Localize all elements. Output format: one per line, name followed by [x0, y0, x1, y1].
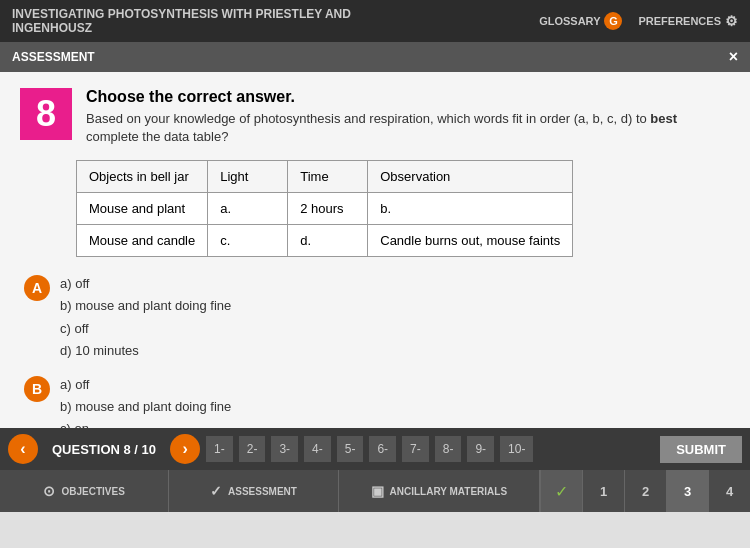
- answer-text-b: a) offb) mouse and plant doing finec) on: [60, 374, 231, 428]
- question-indicator: QUESTION 8 / 10: [44, 442, 164, 457]
- ancillary-label: ANCILLARY MATERIALS: [390, 486, 508, 497]
- assessment-label: ASSESSMENT: [228, 486, 297, 497]
- answer-label-a: A: [24, 275, 50, 301]
- page-5-button[interactable]: 5-: [337, 436, 364, 462]
- tab-3[interactable]: 3: [666, 470, 708, 512]
- assessment-tab[interactable]: ✓ ASSESSMENT: [169, 470, 338, 512]
- ancillary-tab[interactable]: ▣ ANCILLARY MATERIALS: [339, 470, 540, 512]
- answer-text-a: a) offb) mouse and plant doing finec) of…: [60, 273, 231, 361]
- submit-button[interactable]: SUBMIT: [660, 436, 742, 463]
- page-8-button[interactable]: 8-: [435, 436, 462, 462]
- table-row: Mouse and plant a. 2 hours b.: [77, 193, 573, 225]
- question-number: 8: [20, 88, 72, 140]
- nav-bar: ‹ QUESTION 8 / 10 › 1- 2- 3- 4- 5- 6- 7-…: [0, 428, 750, 470]
- main-content: 8 Choose the correct answer. Based on yo…: [0, 72, 750, 428]
- page-6-button[interactable]: 6-: [369, 436, 396, 462]
- assessment-label: ASSESSMENT: [12, 50, 95, 64]
- cell-obs-1: b.: [368, 193, 573, 225]
- cell-light-1: a.: [208, 193, 288, 225]
- page-1-button[interactable]: 1-: [206, 436, 233, 462]
- glossary-button[interactable]: GLOSSARY g: [539, 12, 622, 30]
- page-7-button[interactable]: 7-: [402, 436, 429, 462]
- tab-numbers: ✓ 1 2 3 4: [540, 470, 750, 512]
- cell-objects-1: Mouse and plant: [77, 193, 208, 225]
- cell-obs-2: Candle burns out, mouse faints: [368, 225, 573, 257]
- answer-label-b: B: [24, 376, 50, 402]
- tab-1[interactable]: 1: [582, 470, 624, 512]
- page-10-button[interactable]: 10-: [500, 436, 533, 462]
- cell-light-2: c.: [208, 225, 288, 257]
- ancillary-icon: ▣: [371, 483, 384, 499]
- question-body2: complete the data table?: [86, 129, 228, 144]
- objectives-label: OBJECTIVES: [61, 486, 124, 497]
- data-table: Objects in bell jar Light Time Observati…: [76, 160, 573, 257]
- col-header-light: Light: [208, 161, 288, 193]
- page-4-button[interactable]: 4-: [304, 436, 331, 462]
- question-body: Based on your knowledge of photosynthesi…: [86, 110, 730, 146]
- page-2-button[interactable]: 2-: [239, 436, 266, 462]
- glossary-label: GLOSSARY: [539, 15, 600, 27]
- preferences-label: PREFERENCES: [638, 15, 721, 27]
- col-header-time: Time: [288, 161, 368, 193]
- question-header: 8 Choose the correct answer. Based on yo…: [20, 88, 730, 146]
- answer-option-b[interactable]: B a) offb) mouse and plant doing finec) …: [24, 374, 730, 428]
- question-body-text: Based on your knowledge of photosynthesi…: [86, 111, 650, 126]
- bottom-tabs: ⊙ OBJECTIVES ✓ ASSESSMENT ▣ ANCILLARY MA…: [0, 470, 750, 512]
- next-button[interactable]: ›: [170, 434, 200, 464]
- question-heading: Choose the correct answer.: [86, 88, 730, 106]
- assessment-icon: ✓: [210, 483, 222, 499]
- col-header-objects: Objects in bell jar: [77, 161, 208, 193]
- glossary-icon: g: [604, 12, 622, 30]
- tab-4[interactable]: 4: [708, 470, 750, 512]
- close-button[interactable]: ×: [729, 48, 738, 66]
- page-3-button[interactable]: 3-: [271, 436, 298, 462]
- cell-time-1: 2 hours: [288, 193, 368, 225]
- app-title: INVESTIGATING PHOTOSYNTHESIS WITH PRIEST…: [12, 7, 412, 35]
- assessment-bar: ASSESSMENT ×: [0, 42, 750, 72]
- page-9-button[interactable]: 9-: [467, 436, 494, 462]
- prev-button[interactable]: ‹: [8, 434, 38, 464]
- col-header-observation: Observation: [368, 161, 573, 193]
- table-header-row: Objects in bell jar Light Time Observati…: [77, 161, 573, 193]
- top-bar: INVESTIGATING PHOTOSYNTHESIS WITH PRIEST…: [0, 0, 750, 42]
- question-bold: best: [650, 111, 677, 126]
- tab-check: ✓: [540, 470, 582, 512]
- top-bar-actions: GLOSSARY g PREFERENCES ⚙: [539, 12, 738, 30]
- question-text: Choose the correct answer. Based on your…: [86, 88, 730, 146]
- cell-objects-2: Mouse and candle: [77, 225, 208, 257]
- gear-icon: ⚙: [725, 13, 738, 29]
- preferences-button[interactable]: PREFERENCES ⚙: [638, 13, 738, 29]
- table-row: Mouse and candle c. d. Candle burns out,…: [77, 225, 573, 257]
- cell-time-2: d.: [288, 225, 368, 257]
- tab-2[interactable]: 2: [624, 470, 666, 512]
- objectives-icon: ⊙: [43, 483, 55, 499]
- objectives-tab[interactable]: ⊙ OBJECTIVES: [0, 470, 169, 512]
- answer-option-a[interactable]: A a) offb) mouse and plant doing finec) …: [24, 273, 730, 361]
